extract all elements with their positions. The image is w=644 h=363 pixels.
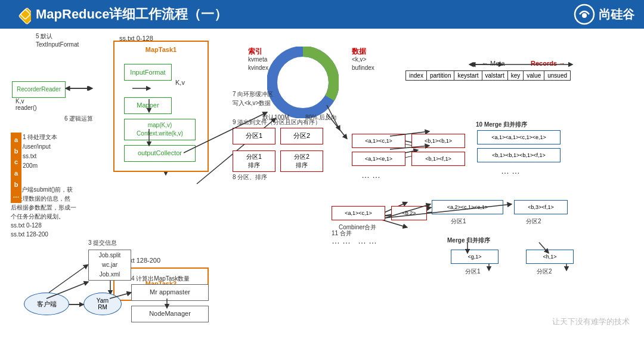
index-label: 索引 <box>248 47 262 57</box>
partition2-sort-box: 分区2排序 <box>280 150 323 172</box>
partition1-label-2: 分区1 <box>451 217 466 226</box>
mr-appmaster-box: Mr appmaster <box>131 284 209 301</box>
dots2: …… <box>501 166 522 176</box>
partition2-box: 分区2 <box>280 128 323 144</box>
job-split-box: Job.splitwc.jarJob.xml <box>88 250 131 281</box>
client-ellipse: 客户端 <box>24 293 69 315</box>
bufindex-label: bufindex <box>352 64 374 71</box>
orange-vlist: abcab… <box>11 133 21 203</box>
output-collector-box: outputCollector <box>124 145 196 162</box>
yarn-rm-ellipse: YarnRM <box>83 293 122 315</box>
kvmeta-label: kvmeta <box>248 56 267 63</box>
h1-box: <h,1> <box>526 250 574 264</box>
a1c1-box1: <a,1><c,1> <box>352 134 405 148</box>
spill-label: 9 溢出到文件（分区且区内有序） <box>233 118 321 127</box>
g1-box: <g,1> <box>451 250 499 264</box>
logo-icon <box>574 4 595 25</box>
map-kv-box: map(K,v)Context.write(k,v) <box>124 119 196 140</box>
write-desc: 7 向环形缓冲区写入<k,v>数据 <box>233 90 273 107</box>
step5-label: 5 默认TextInputFormat <box>36 32 79 49</box>
svg-point-29 <box>281 61 324 104</box>
watermark: 让天下没有难学的技术 <box>552 316 630 327</box>
dots3: …… …… <box>332 236 379 245</box>
kvindex-label: kvindex <box>248 64 268 71</box>
step1-text: 1 待处理文本/user/inputss.txt200m <box>23 133 57 171</box>
step3-label: 3 提交信息 <box>88 239 117 247</box>
a1a1c1e1-box: <a,1><a,1><c,1><e,1> <box>477 130 561 144</box>
b2-box: <b,2> <box>391 206 427 220</box>
b1b1b1f1-box: <b,1><b,1><b,1><f,1> <box>477 148 561 162</box>
partition1-sort-box: 分区1排序 <box>233 150 275 172</box>
a1c1-box2: <a,1><c,1> <box>332 206 385 220</box>
donut-chart <box>267 47 339 120</box>
merge-sort2-label: Merge 归并排序 <box>447 236 490 245</box>
a2c1e1-box: <a,2><c,1><e,1> <box>432 200 503 214</box>
a1e1-box: <a,1><e,1> <box>352 152 405 166</box>
kv-data-label: <k,v> <box>352 56 366 63</box>
meta-label: ← Meta <box>482 60 505 67</box>
svg-line-18 <box>382 220 405 227</box>
logo: 尚硅谷 <box>574 4 634 25</box>
partition2-label-2: 分区2 <box>526 217 541 226</box>
records-table: index partition keystart valstart key va… <box>405 70 571 81</box>
b1f1-box: <b,1><f,1> <box>411 152 465 166</box>
dots1: …… <box>361 170 383 180</box>
b1b1-box1: <b,1><b,1> <box>411 134 465 148</box>
merge-sort-label: 10 Merge 归并排序 <box>476 121 527 129</box>
svg-line-16 <box>49 266 86 293</box>
svg-point-26 <box>582 13 587 18</box>
partition1-label-3: 分区1 <box>465 267 481 276</box>
b3f1-box: <b,3><f,1> <box>514 200 568 214</box>
data-label: 数据 <box>352 47 366 57</box>
page-title: MapReduce详细工作流程（一） <box>36 5 227 23</box>
step8-label: 8 分区、排序 <box>233 173 267 182</box>
maptask1-box: MapTask1 InputFormat K,v Mapper map(K,v)… <box>113 41 209 172</box>
records-label: Records → <box>531 60 565 67</box>
logic-op-label: 6 逻辑运算 <box>64 115 93 123</box>
partition1-box: 分区1 <box>233 128 275 144</box>
node-manager-box: NodeManager <box>131 306 209 322</box>
step4-label: 4 计算出MapTask数量 <box>131 275 190 283</box>
recorder-reader-box: RecorderReader <box>12 81 66 98</box>
kv-reader-label: K,vreader() <box>16 98 37 111</box>
diamond-icon <box>10 4 31 25</box>
step2-text: 2 客户端submit()前，获取处理数据的信息，然后根据参数配置，形成一个任务… <box>11 185 106 239</box>
partition2-label-3: 分区2 <box>537 267 552 276</box>
logo-text: 尚硅谷 <box>599 7 634 23</box>
mapper-box: Mapper <box>124 97 172 114</box>
inputformat-box: InputFormat <box>124 64 172 81</box>
